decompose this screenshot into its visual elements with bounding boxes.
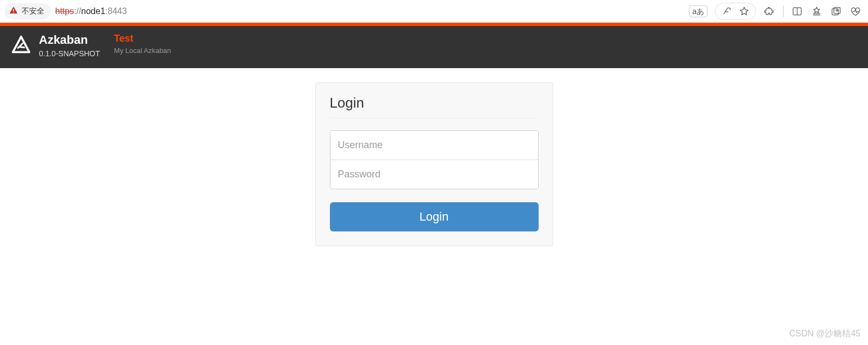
url-separator: :// <box>74 6 81 16</box>
security-chip[interactable]: 不安全 <box>4 3 51 19</box>
environment-description: My Local Azkaban <box>114 47 171 55</box>
svg-rect-0 <box>13 9 14 11</box>
split-screen-icon[interactable] <box>791 5 803 17</box>
security-label: 不安全 <box>22 6 44 16</box>
extensions-icon[interactable] <box>764 5 776 17</box>
brand-version: 0.1.0-SNAPSHOT <box>39 49 100 59</box>
star-icon[interactable] <box>738 5 750 17</box>
warning-icon <box>9 5 18 17</box>
credentials-field-group <box>330 130 539 189</box>
environment-label: Test <box>114 34 171 44</box>
url-port: :8443 <box>105 6 127 16</box>
favorite-pill <box>715 3 756 20</box>
favorites-list-icon[interactable] <box>811 5 823 17</box>
login-panel: Login Login <box>315 82 553 246</box>
toolbar-actions: aあ <box>689 3 864 20</box>
toolbar-divider <box>783 5 784 17</box>
login-title: Login <box>330 95 539 118</box>
read-aloud-icon[interactable] <box>721 5 733 17</box>
svg-rect-6 <box>832 9 839 15</box>
username-input[interactable] <box>330 131 538 160</box>
url-protocol: https <box>55 6 74 16</box>
brand-block: Azkaban 0.1.0-SNAPSHOT <box>39 34 100 59</box>
translate-icon[interactable]: aあ <box>689 5 707 17</box>
collections-icon[interactable] <box>830 5 842 17</box>
watermark: CSDN @沙糖桔45 <box>789 328 860 340</box>
login-container: Login Login <box>0 68 868 246</box>
brand-title: Azkaban <box>39 34 100 47</box>
performance-icon[interactable] <box>850 5 862 17</box>
app-header: Azkaban 0.1.0-SNAPSHOT Test My Local Azk… <box>0 26 868 68</box>
url-host: node1 <box>81 6 105 16</box>
password-input[interactable] <box>330 160 538 189</box>
browser-toolbar: 不安全 https://node1:8443 aあ <box>0 0 868 23</box>
environment-block: Test My Local Azkaban <box>114 34 171 55</box>
azkaban-logo-icon <box>11 35 31 55</box>
svg-rect-1 <box>13 11 14 12</box>
address-bar-url[interactable]: https://node1:8443 <box>55 6 127 16</box>
login-button[interactable]: Login <box>330 202 539 231</box>
